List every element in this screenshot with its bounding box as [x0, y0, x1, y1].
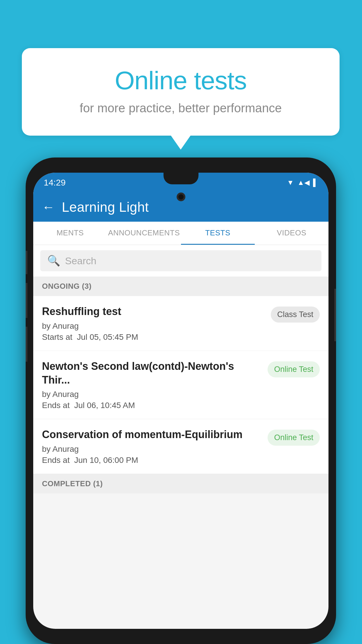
test-author-1: by Anurag	[42, 321, 265, 331]
test-time-3: Ends at Jun 10, 06:00 PM	[42, 456, 262, 465]
power-button[interactable]	[334, 289, 336, 341]
test-author-3: by Anurag	[42, 444, 262, 454]
tab-tests[interactable]: TESTS	[181, 222, 255, 245]
status-time: 14:29	[44, 178, 66, 188]
test-name-2: Newton's Second law(contd)-Newton's Thir…	[42, 360, 262, 387]
tab-videos[interactable]: VIDEOS	[255, 222, 328, 245]
test-name-3: Conservation of momentum-Equilibrium	[42, 428, 262, 442]
test-time-2: Ends at Jul 06, 10:45 AM	[42, 401, 262, 410]
volume-down-button[interactable]	[26, 283, 27, 318]
wifi-icon: ▼	[287, 178, 294, 187]
test-time-1: Starts at Jul 05, 05:45 PM	[42, 332, 265, 342]
bubble-subtitle: for more practice, better performance	[45, 101, 316, 115]
status-icons: ▼ ▲◀ ▌	[287, 178, 318, 187]
test-list: Reshuffling test by Anurag Starts at Jul…	[33, 296, 328, 474]
search-input[interactable]: Search	[65, 255, 96, 267]
tab-ments[interactable]: MENTS	[33, 222, 107, 245]
test-item-3[interactable]: Conservation of momentum-Equilibrium by …	[33, 419, 328, 474]
app-title: Learning Light	[62, 199, 149, 215]
phone-frame: 14:29 ▼ ▲◀ ▌ ← Learning Light MENTS ANNO…	[26, 158, 336, 644]
test-info-3: Conservation of momentum-Equilibrium by …	[42, 428, 268, 465]
test-badge-1: Class Test	[271, 307, 320, 323]
speech-bubble: Online tests for more practice, better p…	[22, 48, 340, 136]
tabs-bar: MENTS ANNOUNCEMENTS TESTS VIDEOS	[33, 222, 328, 245]
test-info-1: Reshuffling test by Anurag Starts at Jul…	[42, 305, 271, 342]
volume-down2-button	[26, 327, 27, 362]
phone-notch	[164, 173, 198, 184]
test-badge-2: Online Test	[268, 361, 320, 377]
camera	[177, 192, 185, 201]
search-icon: 🔍	[47, 255, 60, 267]
test-item-1[interactable]: Reshuffling test by Anurag Starts at Jul…	[33, 296, 328, 351]
test-badge-3: Online Test	[268, 430, 320, 446]
completed-section-header: COMPLETED (1)	[33, 474, 328, 494]
search-container: 🔍 Search	[33, 245, 328, 276]
battery-icon: ▌	[313, 178, 318, 187]
volume-up-button[interactable]	[26, 251, 27, 274]
test-name-1: Reshuffling test	[42, 305, 265, 318]
test-info-2: Newton's Second law(contd)-Newton's Thir…	[42, 360, 268, 410]
test-item-2[interactable]: Newton's Second law(contd)-Newton's Thir…	[33, 351, 328, 419]
ongoing-section-header: ONGOING (3)	[33, 276, 328, 296]
camera-lens	[178, 194, 184, 200]
tab-announcements[interactable]: ANNOUNCEMENTS	[107, 222, 181, 245]
search-bar[interactable]: 🔍 Search	[40, 250, 321, 271]
back-button[interactable]: ←	[42, 200, 55, 214]
phone-screen: 14:29 ▼ ▲◀ ▌ ← Learning Light MENTS ANNO…	[33, 173, 328, 629]
test-author-2: by Anurag	[42, 390, 262, 399]
signal-icon: ▲◀	[297, 178, 310, 187]
bubble-title: Online tests	[45, 66, 316, 95]
